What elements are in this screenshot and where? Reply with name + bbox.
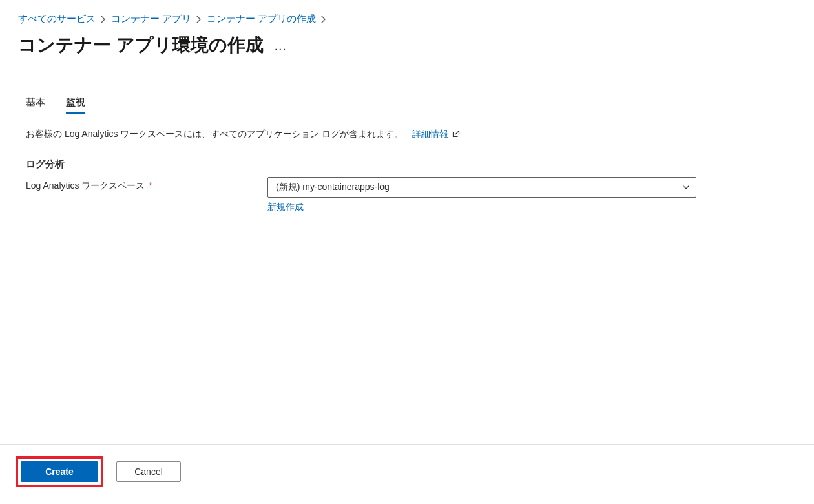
chevron-down-icon [682,183,691,192]
tab-description: お客様の Log Analytics ワークスペースには、すべてのアプリケーショ… [26,129,788,140]
chevron-right-icon [196,16,202,23]
learn-more-label: 詳細情報 [412,129,448,139]
breadcrumb-item-all-services[interactable]: すべてのサービス [18,13,96,25]
create-new-workspace-link[interactable]: 新規作成 [267,202,304,212]
breadcrumb: すべてのサービス コンテナー アプリ コンテナー アプリの作成 [0,0,814,25]
tabs: 基本 監視 [26,96,788,114]
create-button[interactable]: Create [21,461,98,482]
breadcrumb-item-create-container-app[interactable]: コンテナー アプリの作成 [207,13,316,25]
tab-description-text: お客様の Log Analytics ワークスペースには、すべてのアプリケーショ… [26,129,403,139]
chevron-right-icon [101,16,106,23]
form-row-workspace: Log Analytics ワークスペース * (新規) my-containe… [26,177,788,213]
learn-more-link[interactable]: 詳細情報 [412,129,460,139]
workspace-select-value: (新規) my-containerapps-log [276,182,390,193]
workspace-label: Log Analytics ワークスペース [26,180,145,191]
more-actions-button[interactable]: … [274,35,287,54]
cancel-button[interactable]: Cancel [116,461,181,482]
page-title: コンテナー アプリ環境の作成 [18,33,264,58]
create-button-highlight: Create [16,456,103,487]
workspace-select[interactable]: (新規) my-containerapps-log [267,177,696,198]
tab-monitoring[interactable]: 監視 [66,96,85,114]
tab-basics[interactable]: 基本 [26,96,45,114]
external-link-icon [452,130,460,138]
breadcrumb-item-container-apps[interactable]: コンテナー アプリ [111,13,191,25]
section-heading-log-analytics: ログ分析 [26,158,788,171]
footer: Create Cancel [0,444,814,504]
required-indicator: * [149,180,152,191]
chevron-right-icon [321,16,326,23]
